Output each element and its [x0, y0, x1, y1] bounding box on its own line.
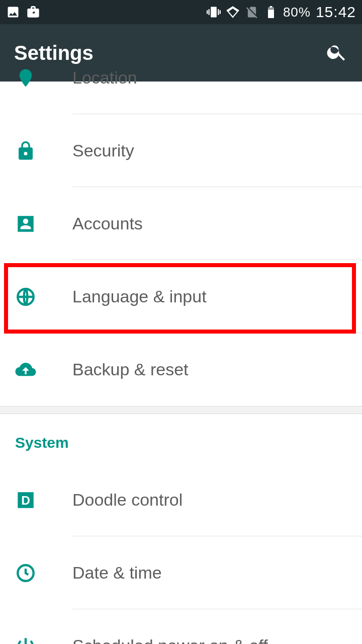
settings-item-backup-reset[interactable]: Backup & reset [0, 333, 362, 406]
status-bar: 80% 15:42 [0, 0, 362, 24]
location-icon [15, 67, 36, 89]
battery-percent: 80% [283, 5, 311, 20]
power-icon [15, 635, 36, 645]
item-label: Doodle control [72, 490, 183, 510]
settings-item-accounts[interactable]: Accounts [0, 187, 362, 260]
vibrate-icon [207, 5, 221, 19]
play-store-icon [26, 5, 40, 19]
no-sim-icon [245, 5, 259, 19]
section-header-system: System [0, 414, 362, 463]
item-label: Date & time [72, 563, 162, 583]
item-label: Language & input [72, 287, 207, 306]
item-label: Accounts [72, 214, 143, 233]
svg-rect-2 [270, 6, 273, 7]
item-label: Backup & reset [72, 360, 189, 379]
cloud-upload-icon [15, 359, 36, 380]
svg-rect-0 [268, 10, 274, 18]
svg-rect-1 [268, 8, 274, 10]
battery-icon [264, 5, 278, 19]
settings-item-date-time[interactable]: Date & time [0, 536, 362, 609]
account-icon [15, 213, 36, 234]
settings-item-scheduled-power[interactable]: Scheduled power on & off [0, 609, 362, 644]
settings-list: Location Security Accounts Language & in… [0, 41, 362, 644]
globe-icon [15, 286, 36, 307]
svg-text:D: D [21, 493, 30, 507]
wifi-icon [226, 5, 240, 19]
clock-text: 15:42 [316, 4, 356, 21]
clock-icon [15, 562, 36, 584]
section-divider [0, 406, 362, 414]
settings-item-doodle-control[interactable]: D Doodle control [0, 463, 362, 536]
doodle-icon: D [15, 490, 36, 511]
settings-item-location[interactable]: Location [0, 41, 362, 114]
picture-icon [6, 5, 20, 19]
item-label: Scheduled power on & off [72, 636, 268, 644]
item-label: Security [72, 141, 134, 160]
item-label: Location [72, 68, 137, 88]
settings-item-security[interactable]: Security [0, 114, 362, 187]
lock-icon [15, 140, 36, 162]
settings-item-language-input[interactable]: Language & input [0, 260, 362, 333]
